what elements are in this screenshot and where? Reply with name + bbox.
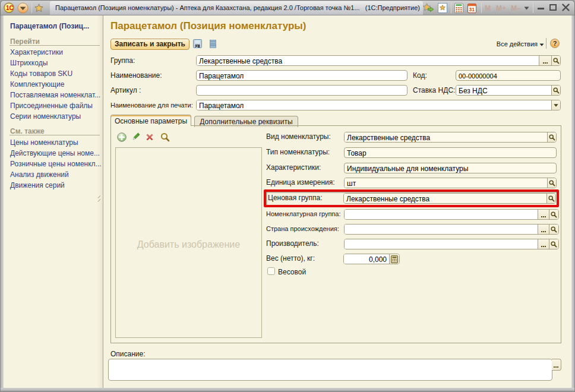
svg-text:1С: 1С	[6, 5, 14, 11]
svg-text:31: 31	[469, 7, 475, 12]
